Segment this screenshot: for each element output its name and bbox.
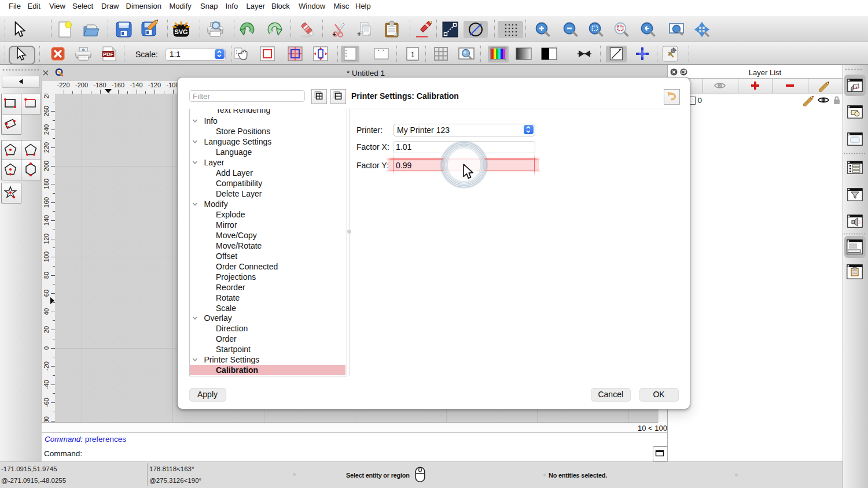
svg-text:+: + [357, 30, 361, 38]
svg-text:1: 1 [410, 50, 414, 59]
svg-text:+: + [333, 31, 336, 38]
svg-text:SVG: SVG [174, 28, 187, 35]
svg-text:PDF: PDF [103, 51, 114, 57]
